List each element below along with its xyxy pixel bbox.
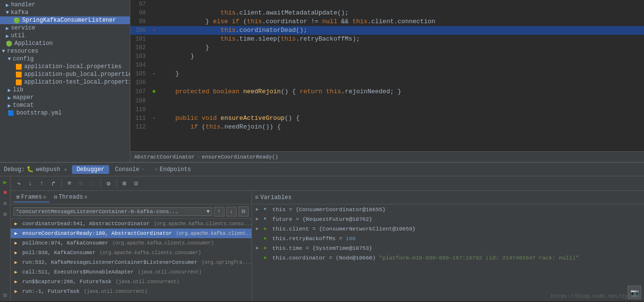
var-watch-icon-retry: ◆ [264, 235, 270, 241]
resume-button[interactable]: ▶ [1, 178, 9, 186]
tree-item-kafka[interactable]: ▼ kafka [0, 9, 130, 16]
code-line-108: 108 [130, 97, 644, 105]
tab-debugger[interactable]: Debugger [72, 165, 110, 174]
frame-icon-4: ▶ [14, 250, 20, 256]
tree-item-config[interactable]: ▼ config [0, 55, 130, 63]
restore-button[interactable]: ⊡ [131, 178, 141, 189]
variables-panel: ≡ Variables ▶ ● this = {ConsumerCoordina… [252, 191, 644, 301]
tree-item-handler[interactable]: ▶ handler [0, 1, 130, 9]
tab-threads[interactable]: ⊟ Threads ⚙ [51, 193, 90, 202]
tab-console[interactable]: Console → [110, 165, 149, 174]
folder-icon-config: ▼ [8, 56, 11, 62]
editor-area: ▶ handler ▼ kafka 🟢 SpringKafkaConsumerL… [0, 0, 644, 162]
folder-icon-mapper: ▶ [8, 95, 11, 101]
code-line-98: 98 this.client.awaitMetadataUpdate(); [130, 9, 644, 17]
thread-dropdown[interactable]: *concurrentMessageListenerContainer-0-ka… [14, 207, 212, 216]
tree-item-lib[interactable]: ▶ lib [0, 86, 130, 94]
thread-up-button[interactable]: ↑ [214, 207, 224, 216]
frame-item-5[interactable]: ▶ run:532, KafkaMessageListenerContainer… [11, 258, 252, 267]
settings-button[interactable]: ⚙ [1, 210, 9, 218]
var-watch-icon-client: ◆ [264, 226, 270, 231]
var-item-this[interactable]: ▶ ● this = {ConsumerCoordinator@10655} [252, 205, 644, 215]
tree-item-app-test-local[interactable]: 🟧 application-test_local.properties [0, 78, 130, 86]
threads-settings-icon: ⚙ [84, 194, 87, 200]
console-redirect-icon: → [141, 167, 144, 172]
tree-label-resources: resources [7, 48, 39, 55]
tree-item-tomcat[interactable]: ▶ tomcat [0, 101, 130, 109]
var-local-icon-this: ● [264, 206, 270, 212]
frame-item-6[interactable]: ▶ call:511, Executors$RunnableAdapter (j… [11, 267, 252, 277]
mute-breakpoints-button[interactable]: ⊘ [1, 200, 9, 207]
expand-icon-time[interactable]: ▶ [256, 245, 262, 251]
frame-icon-3: ▶ [14, 240, 20, 246]
frame-item-1[interactable]: ▶ coordinatorDead:541, AbstractCoordinat… [11, 219, 252, 229]
expand-icon-future[interactable]: ▶ [256, 216, 262, 222]
step-over-button[interactable]: ↷ [14, 178, 24, 189]
frame-item-2[interactable]: ▶ ensureCoordinatorReady:189, AbstractCo… [11, 229, 252, 238]
folder-icon-util: ▶ [6, 33, 9, 39]
expand-icon-this[interactable]: ▶ [256, 206, 262, 212]
tab-frames[interactable]: ⊞ Frames ⚙ [14, 193, 49, 202]
var-item-retry[interactable]: ▶ ◆ this.retryBackoffMs = 100 [252, 234, 644, 244]
expand-icon-client[interactable]: ▶ [256, 226, 262, 231]
endpoints-icon: ⚡ [155, 167, 158, 173]
tree-item-application[interactable]: 🟢 Application [0, 40, 130, 47]
frame-item-8[interactable]: ▶ run:-1, FutureTask (java.util.concurre… [11, 287, 252, 296]
settings-tool-button[interactable]: ⚙ [103, 178, 114, 189]
frame-item-7[interactable]: ▶ run$$capture:266, FutureTask (java.uti… [11, 277, 252, 287]
var-item-time[interactable]: ▶ ◆ this.time = {SystemTime@10753} [252, 244, 644, 254]
tree-item-spring-listener[interactable]: 🟢 SpringKafkaConsumerListener [0, 16, 130, 24]
frame-item-3[interactable]: ▶ pollOnce:974, KafkaConsumer (org.apach… [11, 238, 252, 248]
watermark: https://blog.csdn.net/zyjcxc [551, 293, 640, 299]
frame-icon-8: ▶ [14, 288, 20, 294]
var-item-future[interactable]: ▶ ● future = {RequestFuture@10762} [252, 215, 644, 225]
tree-label-util: util [11, 32, 25, 39]
code-line-107: 107 ● protected boolean needRejoin() { r… [130, 87, 644, 97]
tab-endpoints[interactable]: ⚡ Endpoints [150, 165, 196, 174]
tree-item-mapper[interactable]: ▶ mapper [0, 94, 130, 101]
run-to-cursor-button[interactable]: ↱ [48, 178, 59, 189]
layout-button[interactable]: ⊞ [119, 178, 130, 189]
code-line-105: 105 – } [130, 70, 644, 78]
code-line-100: 100 → this.coordinatorDead(); [130, 26, 644, 35]
frame-item-4[interactable]: ▶ poll:938, KafkaConsumer (org.apache.ka… [11, 248, 252, 258]
tree-label-config: config [13, 56, 34, 62]
tree-item-app-local[interactable]: 🟧 application-local.properties [0, 63, 130, 71]
thread-filter-button[interactable]: ⊟ [238, 206, 249, 216]
var-item-coordinator[interactable]: ▶ ◆ this.coordinator = (Node@10660) "pla… [252, 254, 644, 263]
breadcrumb-part1[interactable]: AbstractCoordinator [134, 154, 195, 160]
trace-button: ⊞ [76, 178, 86, 189]
tree-item-resources[interactable]: ▼ resources [0, 47, 130, 55]
debug-session-name: webpush [36, 166, 60, 173]
frame-icon-2: ▶ [14, 230, 20, 236]
code-line-111: 111 – public void ensureActiveGroup() { [130, 114, 644, 123]
stop-button[interactable]: ■ [1, 189, 9, 197]
folder-icon-kafka: ▼ [6, 10, 9, 15]
variables-title: Variables [260, 194, 292, 201]
tree-item-bootstrap[interactable]: 🟦 bootstrap.yml [0, 109, 130, 117]
code-editor: 97 98 this.client.awaitMetadataUpdate();… [130, 0, 644, 162]
threads-tab-label: Threads [59, 194, 83, 201]
evaluate-button[interactable]: ≡ [64, 178, 75, 189]
step-into-button[interactable]: ↓ [25, 178, 36, 189]
frames-list: ▶ coordinatorDead:541, AbstractCoordinat… [11, 219, 252, 301]
step-out-button[interactable]: ↑ [37, 178, 47, 189]
tree-item-app-pub-local[interactable]: 🟧 application-pub_local.properties [0, 71, 130, 78]
tree-item-util[interactable]: ▶ util [0, 32, 130, 40]
var-item-this-client[interactable]: ▶ ◆ this.client = {ConsumerNetworkClient… [252, 225, 644, 234]
file-tree-sidebar: ▶ handler ▼ kafka 🟢 SpringKafkaConsumerL… [0, 0, 130, 162]
breadcrumb-part2[interactable]: ensureCoordinatorReady() [202, 154, 278, 160]
thread-down-button[interactable]: ↓ [226, 207, 237, 216]
props-icon-3: 🟧 [15, 79, 22, 86]
tree-label-spring-listener: SpringKafkaConsumerListener [22, 17, 116, 24]
thread-selector: *concurrentMessageListenerContainer-0-ka… [11, 204, 252, 219]
session-close-button[interactable]: ✕ [64, 167, 67, 173]
code-line-97: 97 [130, 0, 644, 9]
breadcrumb-sep: › [196, 154, 200, 160]
toolbar-sep-2 [100, 179, 101, 188]
restore-layout-button[interactable]: ⊡ [1, 291, 9, 299]
code-line-99: 99 } else if (this.coordinator != null &… [130, 17, 644, 26]
tree-item-service[interactable]: ▶ service [0, 24, 130, 32]
code-line-103: 103 } [130, 52, 644, 61]
tree-label-app-pub-local: application-pub_local.properties [24, 71, 130, 78]
